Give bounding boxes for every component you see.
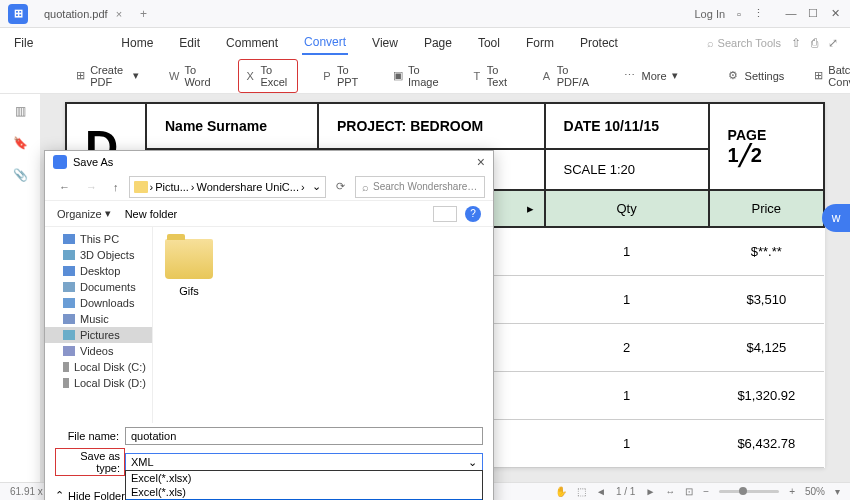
tree-icon	[63, 314, 75, 324]
settings-button[interactable]: ⚙Settings	[720, 65, 791, 87]
close-window-button[interactable]: ✕	[828, 7, 842, 20]
expand-icon[interactable]: ⤢	[828, 36, 838, 50]
chevron-down-icon[interactable]: ▾	[835, 486, 840, 497]
share-icon[interactable]: ⇧	[791, 36, 801, 50]
nav-back-button[interactable]: ←	[53, 179, 76, 195]
tree-item-pictures[interactable]: Pictures	[45, 327, 152, 343]
save-type-select[interactable]: XML ⌄ Excel(*.xlsx) Excel(*.xls) XML	[125, 453, 483, 471]
maximize-button[interactable]: ☐	[806, 7, 820, 20]
tree-label: Videos	[80, 345, 113, 357]
name-cell: Name Surname	[146, 103, 318, 149]
path-breadcrumb[interactable]: › Pictu... › Wondershare UniC... › ⌄	[129, 176, 327, 198]
bookmark-icon[interactable]: 🔖	[13, 136, 28, 150]
tree-item-music[interactable]: Music	[45, 311, 152, 327]
menu-edit[interactable]: Edit	[177, 32, 202, 54]
project-cell: PROJECT: BEDROOM	[318, 103, 544, 149]
menu-tool[interactable]: Tool	[476, 32, 502, 54]
menu-form[interactable]: Form	[524, 32, 556, 54]
create-pdf-button[interactable]: ⊞Create PDF▾	[70, 60, 145, 92]
select-tool-icon[interactable]: ⬚	[577, 486, 586, 497]
view-mode-button[interactable]	[433, 206, 457, 222]
menu-view[interactable]: View	[370, 32, 400, 54]
tree-item-local-disk-c-[interactable]: Local Disk (C:)	[45, 359, 152, 375]
kebab-icon[interactable]: ⋮	[753, 7, 764, 20]
minimize-button[interactable]: —	[784, 7, 798, 20]
tree-icon	[63, 266, 75, 276]
zoom-in-icon[interactable]: +	[789, 486, 795, 497]
menu-page[interactable]: Page	[422, 32, 454, 54]
file-name-input[interactable]	[125, 427, 483, 445]
tree-item-videos[interactable]: Videos	[45, 343, 152, 359]
scale-cell: SCALE 1:20	[545, 149, 709, 190]
to-image-button[interactable]: ▣To Image	[386, 60, 448, 92]
dropdown-option-xls[interactable]: Excel(*.xls)	[126, 485, 482, 499]
word-icon: W	[169, 69, 179, 83]
excel-icon: X	[245, 69, 255, 83]
search-tools-input[interactable]: ⌕ Search Tools	[707, 37, 781, 49]
folder-item-gifs[interactable]: Gifs	[165, 239, 213, 297]
folder-label: Gifs	[165, 285, 213, 297]
dialog-search-input[interactable]: ⌕ Search Wondershare UniCon...	[355, 176, 485, 198]
menu-protect[interactable]: Protect	[578, 32, 620, 54]
menu-comment[interactable]: Comment	[224, 32, 280, 54]
notification-icon[interactable]: ▫	[737, 8, 741, 20]
tree-item-desktop[interactable]: Desktop	[45, 263, 152, 279]
zoom-out-icon[interactable]: −	[703, 486, 709, 497]
tree-item-this-pc[interactable]: This PC	[45, 231, 152, 247]
fit-width-icon[interactable]: ↔	[665, 486, 675, 497]
tree-item-documents[interactable]: Documents	[45, 279, 152, 295]
dialog-close-button[interactable]: ×	[477, 154, 485, 170]
close-tab-icon[interactable]: ×	[116, 8, 122, 20]
to-text-button[interactable]: TTo Text	[466, 60, 517, 92]
to-excel-button[interactable]: XTo Excel	[238, 59, 298, 93]
nav-forward-button[interactable]: →	[80, 179, 103, 195]
menu-convert[interactable]: Convert	[302, 31, 348, 55]
to-pdfa-button[interactable]: ATo PDF/A	[535, 60, 598, 92]
hand-tool-icon[interactable]: ✋	[555, 486, 567, 497]
tree-icon	[63, 362, 69, 372]
tree-icon	[63, 378, 69, 388]
file-menu[interactable]: File	[12, 32, 35, 54]
next-page-icon[interactable]: ►	[645, 486, 655, 497]
page-indicator: 1 / 1	[616, 486, 635, 497]
add-tab-button[interactable]: +	[134, 5, 153, 23]
zoom-slider[interactable]	[719, 490, 779, 493]
fit-page-icon[interactable]: ⊡	[685, 486, 693, 497]
tree-label: 3D Objects	[80, 249, 134, 261]
tree-label: Local Disk (C:)	[74, 361, 146, 373]
qty-header: Qty	[545, 190, 709, 227]
batch-convert-button[interactable]: ⊞Batch Convert	[808, 60, 850, 92]
tree-item-local-disk-d-[interactable]: Local Disk (D:)	[45, 375, 152, 391]
tree-item-3d-objects[interactable]: 3D Objects	[45, 247, 152, 263]
new-folder-button[interactable]: New folder	[125, 208, 178, 220]
hide-folders-button[interactable]: ⌃ Hide Folders	[55, 489, 130, 500]
chevron-down-icon: ▾	[672, 69, 678, 82]
refresh-button[interactable]: ⟳	[330, 178, 351, 195]
tree-icon	[63, 346, 75, 356]
to-word-button[interactable]: WTo Word	[163, 60, 220, 92]
document-tab[interactable]: quotation.pdf ×	[36, 4, 130, 24]
menu-home[interactable]: Home	[119, 32, 155, 54]
cloud-icon[interactable]: ⎙	[811, 36, 818, 50]
nav-up-button[interactable]: ↑	[107, 179, 125, 195]
save-type-label: Save as type:	[55, 448, 125, 476]
more-button[interactable]: ⋯More▾	[617, 65, 684, 87]
dropdown-option-xlsx[interactable]: Excel(*.xlsx)	[126, 471, 482, 485]
prev-page-icon[interactable]: ◄	[596, 486, 606, 497]
organize-button[interactable]: Organize▾	[57, 207, 111, 220]
tree-item-downloads[interactable]: Downloads	[45, 295, 152, 311]
chevron-down-icon[interactable]: ⌄	[312, 180, 321, 193]
to-ppt-button[interactable]: PTo PPT	[316, 60, 368, 92]
login-link[interactable]: Log In	[695, 8, 726, 20]
price-header: Price	[709, 190, 824, 227]
folder-icon	[134, 181, 148, 193]
tree-label: Pictures	[80, 329, 120, 341]
thumbnails-icon[interactable]: ▥	[15, 104, 26, 118]
help-button[interactable]: ?	[465, 206, 481, 222]
chevron-down-icon: ▾	[105, 207, 111, 220]
side-badge-icon[interactable]: w	[822, 204, 850, 232]
folder-tree[interactable]: This PC3D ObjectsDesktopDocumentsDownloa…	[45, 227, 153, 423]
attachment-icon[interactable]: 📎	[13, 168, 28, 182]
gear-icon: ⚙	[726, 69, 740, 83]
chevron-down-icon: ▾	[133, 69, 139, 82]
